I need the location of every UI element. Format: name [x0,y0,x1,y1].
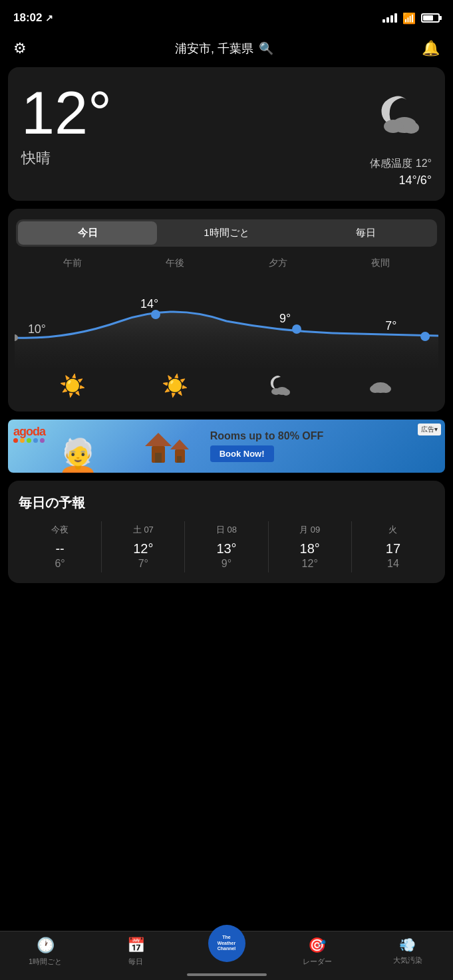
evening-icon [227,373,329,402]
forecast-card: 今日 1時間ごと 毎日 午前 午後 夕方 夜間 [8,209,445,412]
temperature-chart: 10° 14° 9° 7° [8,275,445,368]
afternoon-icon: ☀️ [124,373,226,402]
status-icons: 📶 [382,12,440,25]
low-sat: 7° [106,558,180,570]
daily-forecast-card: 毎日の予報 今夜 -- 6° 土 07 12° 7° 日 08 13° 9° 月… [8,481,445,583]
tab-hourly[interactable]: 1時間ごと [157,221,296,245]
evening-label: 夕方 [227,257,329,269]
ad-badge: 広告▾ [418,424,441,435]
ad-brand: agoda [13,425,45,439]
ad-image: agoda 🧑‍🦳 [8,420,205,473]
svg-point-13 [282,389,290,396]
day-label-mon: 月 09 [273,524,347,536]
ad-dots [13,438,45,443]
tab-daily-nav[interactable]: 📅 毎日 [90,937,181,967]
ad-content: Rooms up to 80% OFF Book Now! [205,425,445,467]
hourly-nav-label: 1時間ごと [29,957,62,967]
high-mon: 18° [273,541,347,556]
app-header: ⚙ 浦安市, 千葉県 🔍 🔔 [0,33,453,67]
svg-point-2 [403,122,419,134]
daily-col-tonight: 今夜 -- 6° [19,521,101,572]
wifi-icon: 📶 [402,12,416,25]
feels-like: 体感温度 12° [370,157,432,171]
ad-banner[interactable]: agoda 🧑‍🦳 Rooms up to 80% OFF Book Now! … [8,420,445,473]
svg-point-16 [380,385,391,393]
svg-text:14°: 14° [140,297,158,310]
svg-point-15 [370,385,380,393]
radar-nav-label: レーダー [303,957,332,967]
low-tonight: 6° [23,558,97,570]
ad-person-icon: 🧑‍🦳 [57,439,98,473]
battery-icon [421,13,440,23]
tab-radar-nav[interactable]: 🎯 レーダー [272,937,363,967]
svg-rect-19 [155,453,162,463]
night-label: 夜間 [329,257,432,269]
morning-label: 午前 [21,257,124,269]
notification-button[interactable]: 🔔 [422,40,440,57]
status-bar: 18:02 ↗ 📶 [0,0,453,33]
bottom-tab-bar: 🕐 1時間ごと 📅 毎日 TheWeatherChannel 🎯 レーダー 💨 … [0,931,453,980]
svg-rect-22 [177,456,182,463]
tab-hourly-nav[interactable]: 🕐 1時間ごと [0,937,90,967]
day-label-tue: 火 [356,524,430,536]
signal-icon [382,13,397,23]
afternoon-label: 午後 [124,257,226,269]
high-sat: 12° [106,541,180,556]
svg-text:9°: 9° [279,312,291,325]
svg-marker-18 [145,433,172,446]
daily-columns: 今夜 -- 6° 土 07 12° 7° 日 08 13° 9° 月 09 18… [19,521,434,572]
temperature-display: 12° [21,83,112,143]
weather-details: 体感温度 12° 14°/6° [370,157,432,187]
weather-channel-text: TheWeatherChannel [218,935,236,951]
weather-channel-button[interactable]: TheWeatherChannel [208,925,245,962]
forecast-tab-bar: 今日 1時間ごと 毎日 [16,219,437,247]
weather-moon-icon [370,86,432,150]
low-mon: 12° [273,558,347,570]
svg-point-6 [420,332,430,341]
day-label-tonight: 今夜 [23,524,97,536]
weather-main-card: 12° 快晴 体感温度 12° 14°/6° [8,67,445,201]
tab-today[interactable]: 今日 [18,221,157,245]
daily-col-mon: 月 09 18° 12° [268,521,351,572]
clock-icon: 🕐 [37,937,55,954]
night-icon [329,373,432,402]
svg-point-5 [292,324,301,334]
daily-col-sun: 日 08 13° 9° [184,521,267,572]
settings-button[interactable]: ⚙ [13,40,27,57]
location-display: 浦安市, 千葉県 🔍 [175,41,273,57]
status-time: 18:02 ↗ [13,11,53,25]
svg-text:10°: 10° [28,322,46,336]
low-tue: 14 [356,558,430,570]
day-label-sun: 日 08 [189,524,263,536]
low-sun: 9° [189,558,263,570]
temp-section: 12° 快晴 [21,83,112,168]
tab-daily[interactable]: 毎日 [296,221,435,245]
time-labels: 午前 午後 夕方 夜間 [8,257,445,269]
svg-point-4 [151,310,160,319]
weather-icons-row: ☀️ ☀️ [8,368,445,405]
svg-point-12 [271,388,281,395]
calendar-icon: 📅 [127,937,145,954]
daily-forecast-title: 毎日の予報 [19,494,434,512]
daily-nav-label: 毎日 [128,957,143,967]
search-icon[interactable]: 🔍 [259,41,273,56]
air-quality-nav-label: 大気汚染 [393,955,422,965]
daily-col-tue: 火 17 14 [351,521,434,572]
home-indicator [187,973,267,976]
hi-lo-temps: 14°/6° [370,174,432,187]
location-arrow-icon: ↗ [45,13,53,23]
daily-col-sat: 土 07 12° 7° [101,521,184,572]
weather-icon-section: 体感温度 12° 14°/6° [370,83,432,187]
svg-marker-21 [170,439,189,449]
morning-icon: ☀️ [21,373,124,402]
svg-text:7°: 7° [385,319,396,332]
weather-top: 12° 快晴 体感温度 12° 14°/6° [21,83,432,187]
weather-condition: 快晴 [21,148,112,168]
tab-air-quality-nav[interactable]: 💨 大気汚染 [363,937,453,967]
time-display: 18:02 [13,11,42,25]
ad-book-button[interactable]: Book Now! [210,445,274,462]
high-tonight: -- [23,541,97,556]
tab-home-nav[interactable]: TheWeatherChannel [181,937,271,967]
radar-icon: 🎯 [308,937,326,954]
day-label-sat: 土 07 [106,524,180,536]
